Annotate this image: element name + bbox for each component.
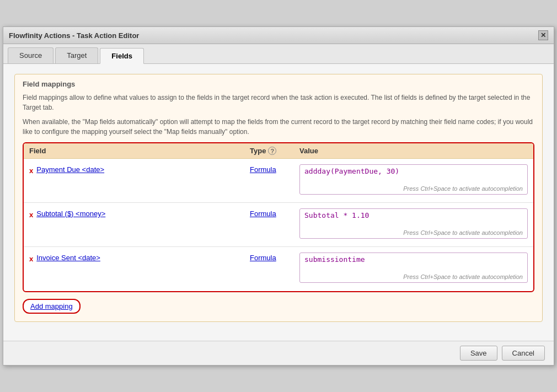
header-type: Type ?: [250, 147, 299, 155]
section-desc1: Field mappings allow to define what valu…: [23, 93, 534, 112]
row1-field-cell: x Payment Due <date>: [29, 163, 250, 175]
row2-value-cell: Subtotal * 1.10 Press Ctrl+Space to acti…: [299, 207, 528, 239]
row2-type-link[interactable]: Formula: [250, 207, 299, 218]
save-button[interactable]: Save: [460, 346, 497, 361]
header-value: Value: [299, 147, 528, 155]
row2-field-cell: x Subtotal ($) <money>: [29, 207, 250, 219]
table-header: Field Type ? Value: [24, 143, 533, 159]
row3-value-cell: submissiontime Press Ctrl+Space to activ…: [299, 251, 528, 283]
titlebar: Flowfinity Actions - Task Action Editor …: [3, 27, 554, 44]
row3-type-link[interactable]: Formula: [250, 251, 299, 262]
field-mappings-table: Field Type ? Value x Payment Due <date>: [23, 142, 534, 292]
field-mappings-section: Field mappings Field mappings allow to d…: [14, 74, 543, 322]
header-field: Field: [29, 147, 250, 155]
row3-field-link[interactable]: Invoice Sent <date>: [36, 254, 100, 262]
dialog-window: Flowfinity Actions - Task Action Editor …: [3, 26, 554, 366]
cancel-button[interactable]: Cancel: [502, 346, 545, 361]
row2-formula-hint: Press Ctrl+Space to activate autocomplet…: [304, 229, 523, 236]
row3-formula-value: submissiontime: [304, 255, 523, 264]
dialog-body: Field mappings Field mappings allow to d…: [3, 64, 554, 341]
row1-formula-box[interactable]: addday(PaymentDue, 30) Press Ctrl+Space …: [299, 164, 528, 195]
tab-source[interactable]: Source: [8, 47, 53, 63]
row1-formula-hint: Press Ctrl+Space to activate autocomplet…: [304, 185, 523, 192]
row3-field-cell: x Invoice Sent <date>: [29, 251, 250, 263]
dialog-footer: Save Cancel: [3, 341, 554, 365]
section-title: Field mappings: [23, 80, 534, 88]
tab-fields[interactable]: Fields: [100, 48, 144, 64]
row2-formula-box[interactable]: Subtotal * 1.10 Press Ctrl+Space to acti…: [299, 208, 528, 239]
row1-type-link[interactable]: Formula: [250, 163, 299, 174]
remove-row3-button[interactable]: x: [29, 255, 33, 263]
table-row: x Payment Due <date> Formula addday(Paym…: [24, 159, 533, 203]
tabs-bar: Source Target Fields: [3, 44, 554, 64]
row1-field-link[interactable]: Payment Due <date>: [36, 165, 104, 174]
dialog-title: Flowfinity Actions - Task Action Editor: [9, 31, 139, 40]
row1-value-cell: addday(PaymentDue, 30) Press Ctrl+Space …: [299, 163, 528, 195]
tab-target[interactable]: Target: [55, 47, 98, 63]
row3-formula-hint: Press Ctrl+Space to activate autocomplet…: [304, 273, 523, 280]
close-button[interactable]: ✕: [538, 30, 548, 40]
row1-formula-value: addday(PaymentDue, 30): [304, 167, 523, 175]
remove-row1-button[interactable]: x: [29, 167, 33, 175]
table-row: x Subtotal ($) <money> Formula Subtotal …: [24, 203, 533, 247]
section-desc2: When available, the "Map fields automati…: [23, 117, 534, 137]
add-mapping-button[interactable]: Add mapping: [23, 299, 81, 314]
type-help-icon[interactable]: ?: [268, 147, 276, 155]
table-row: x Invoice Sent <date> Formula submission…: [24, 247, 533, 291]
row3-formula-box[interactable]: submissiontime Press Ctrl+Space to activ…: [299, 253, 528, 283]
row2-field-link[interactable]: Subtotal ($) <money>: [36, 210, 105, 218]
row2-formula-value: Subtotal * 1.10: [304, 211, 523, 219]
remove-row2-button[interactable]: x: [29, 211, 33, 219]
